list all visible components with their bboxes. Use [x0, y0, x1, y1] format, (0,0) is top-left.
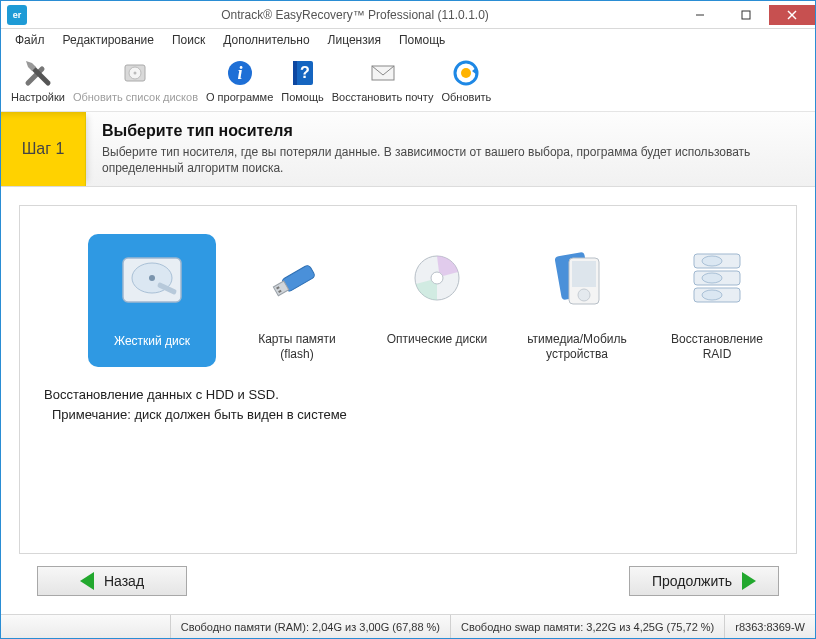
close-button[interactable]	[769, 5, 815, 25]
status-ram: Свободно памяти (RAM): 2,04G из 3,00G (6…	[170, 615, 450, 638]
tile-raid-label: Восстановление RAID	[660, 332, 774, 361]
selection-description-line1: Восстановление данных с HDD и SSD.	[44, 385, 778, 405]
tile-mobile[interactable]: ьтимедиа/Мобиль устройства	[518, 234, 636, 367]
menu-help[interactable]: Помощь	[391, 31, 453, 49]
step-badge: Шаг 1	[1, 112, 86, 186]
hard-disk-icon	[104, 242, 200, 318]
next-button[interactable]: Продолжить	[629, 566, 779, 596]
toolbar-update-label: Обновить	[442, 91, 492, 103]
toolbar-refresh-disks-label: Обновить список дисков	[73, 91, 198, 103]
arrow-right-icon	[742, 572, 756, 590]
toolbar-help-label: Помощь	[281, 91, 324, 103]
usb-flash-icon	[249, 240, 345, 316]
svg-point-20	[149, 275, 155, 281]
app-icon: er	[7, 5, 27, 25]
tile-flash[interactable]: Карты памяти (flash)	[238, 234, 356, 367]
svg-point-35	[702, 256, 722, 266]
toolbar: Настройки Обновить список дисков i О про…	[1, 51, 815, 111]
svg-rect-12	[293, 61, 297, 85]
title-bar: er Ontrack® EasyRecovery™ Professional (…	[1, 1, 815, 29]
svg-text:?: ?	[300, 64, 310, 81]
tile-optical-label: Оптические диски	[387, 332, 488, 346]
svg-text:i: i	[237, 63, 242, 83]
window-title: Ontrack® EasyRecovery™ Professional (11.…	[33, 8, 677, 22]
settings-icon	[22, 57, 54, 89]
menu-advanced[interactable]: Дополнительно	[215, 31, 317, 49]
status-bar: Свободно памяти (RAM): 2,04G из 3,00G (6…	[1, 614, 815, 638]
navigation-row: Назад Продолжить	[19, 554, 797, 610]
arrow-left-icon	[80, 572, 94, 590]
status-swap: Свободно swap памяти: 3,22G из 4,25G (75…	[450, 615, 724, 638]
help-icon: ?	[287, 57, 319, 89]
toolbar-update-button[interactable]: Обновить	[438, 55, 496, 105]
window-controls	[677, 5, 815, 25]
back-button[interactable]: Назад	[37, 566, 187, 596]
tile-hard-disk[interactable]: Жесткий диск	[88, 234, 216, 367]
svg-point-37	[702, 290, 722, 300]
step-title: Выберите тип носителя	[102, 122, 799, 140]
svg-rect-1	[742, 11, 750, 19]
svg-point-31	[578, 289, 590, 301]
mobile-device-icon	[529, 240, 625, 316]
step-header: Шаг 1 Выберите тип носителя Выберите тип…	[1, 111, 815, 187]
app-window: er Ontrack® EasyRecovery™ Professional (…	[0, 0, 816, 639]
tile-optical[interactable]: Оптические диски	[378, 234, 496, 367]
step-description: Выберите тип носителя Выберите тип носит…	[86, 112, 815, 186]
toolbar-help-button[interactable]: ? Помощь	[277, 55, 328, 105]
toolbar-refresh-disks-button[interactable]: Обновить список дисков	[69, 55, 202, 105]
tile-flash-label: Карты памяти (flash)	[240, 332, 354, 361]
content-area: Жесткий диск Карты памяти (flash)	[1, 187, 815, 614]
maximize-button[interactable]	[723, 5, 769, 25]
selection-description-line2: Примечание: диск должен быть виден в сис…	[52, 405, 778, 425]
tile-mobile-label: ьтимедиа/Мобиль устройства	[520, 332, 634, 361]
raid-icon	[669, 240, 765, 316]
tile-raid[interactable]: Восстановление RAID	[658, 234, 776, 367]
mail-icon	[367, 57, 399, 89]
svg-point-16	[461, 68, 471, 78]
toolbar-recover-mail-button[interactable]: Восстановить почту	[328, 55, 438, 105]
next-button-label: Продолжить	[652, 573, 732, 589]
menu-edit[interactable]: Редактирование	[55, 31, 162, 49]
disk-refresh-icon	[119, 57, 151, 89]
toolbar-settings-button[interactable]: Настройки	[7, 55, 69, 105]
back-button-label: Назад	[104, 573, 144, 589]
menu-license[interactable]: Лицензия	[320, 31, 389, 49]
step-subtitle: Выберите тип носителя, где вы потеряли д…	[102, 144, 799, 176]
toolbar-settings-label: Настройки	[11, 91, 65, 103]
menu-search[interactable]: Поиск	[164, 31, 213, 49]
status-build: r8363:8369-W	[724, 615, 815, 638]
menu-bar: Файл Редактирование Поиск Дополнительно …	[1, 29, 815, 51]
update-icon	[450, 57, 482, 89]
svg-point-36	[702, 273, 722, 283]
selection-description: Восстановление данных с HDD и SSD. Приме…	[44, 385, 778, 424]
svg-rect-30	[572, 261, 596, 287]
optical-disc-icon	[389, 240, 485, 316]
toolbar-about-label: О программе	[206, 91, 273, 103]
svg-point-8	[134, 72, 137, 75]
media-type-tiles: Жесткий диск Карты памяти (flash)	[88, 234, 778, 367]
menu-file[interactable]: Файл	[7, 31, 53, 49]
media-type-panel: Жесткий диск Карты памяти (flash)	[19, 205, 797, 554]
tile-hard-disk-label: Жесткий диск	[114, 334, 190, 348]
svg-point-27	[431, 272, 443, 284]
info-icon: i	[224, 57, 256, 89]
toolbar-recover-mail-label: Восстановить почту	[332, 91, 434, 103]
toolbar-about-button[interactable]: i О программе	[202, 55, 277, 105]
minimize-button[interactable]	[677, 5, 723, 25]
